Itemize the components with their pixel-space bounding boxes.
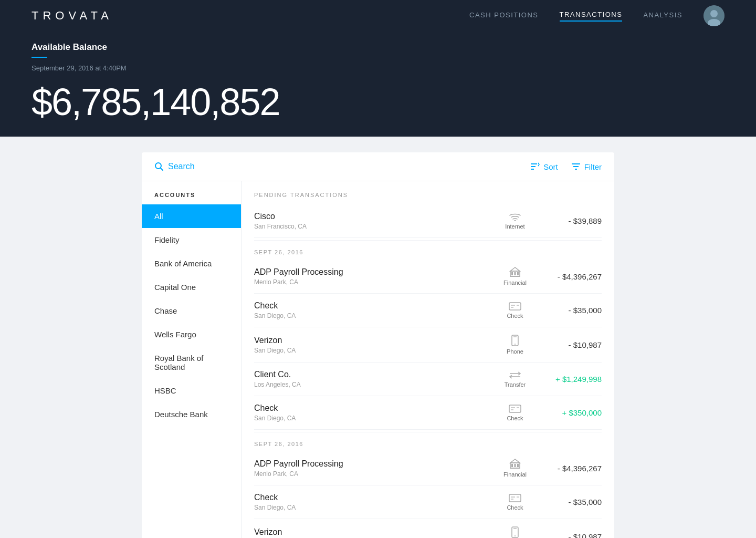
sort-button[interactable]: Sort [530,162,558,171]
sidebar-item-hsbc[interactable]: HSBC [142,379,241,402]
transaction-amount: - $39,889 [539,216,602,225]
nav-analysis[interactable]: ANALYSIS [643,11,682,21]
transaction-info: Client Co. Los Angeles, CA [254,370,491,388]
svg-rect-13 [511,272,513,275]
transaction-amount: - $35,000 [539,498,602,506]
transaction-name: Check [254,493,491,502]
transaction-row[interactable]: Verizon San Diego, CA Phone - $10,987 [254,327,602,363]
sort-icon [530,162,540,171]
svg-rect-33 [514,464,516,467]
sort-label: Sort [543,162,558,171]
transaction-info: Verizon San Diego, CA [254,527,491,539]
transaction-amount: - $4,396,267 [539,272,602,281]
transaction-category: Financial [491,459,539,478]
transaction-location: Los Angeles, CA [254,381,491,388]
sidebar-item-all[interactable]: All [142,204,241,228]
transaction-row[interactable]: ADP Payroll Processing Menlo Park, CA Fi… [254,260,602,294]
svg-rect-15 [517,272,519,275]
check-icon [509,405,521,413]
search-button[interactable]: Search [154,162,195,171]
transaction-amount: + $1,249,998 [539,375,602,384]
transaction-location: San Diego, CA [254,415,491,422]
avatar[interactable] [704,5,724,26]
sidebar-item-chase[interactable]: Chase [142,299,241,323]
transaction-row[interactable]: Check San Diego, CA Check - $35,000 [254,485,602,519]
sidebar-item-fidelity[interactable]: Fidelity [142,228,241,252]
transaction-category: Check [491,302,539,319]
transaction-location: San Diego, CA [254,312,491,319]
sidebar-item-wells-fargo[interactable]: Wells Fargo [142,323,241,346]
svg-point-1 [710,10,718,17]
filter-icon [571,162,581,171]
transaction-category: Phone [491,526,539,538]
phone-icon [511,526,519,538]
check-icon [509,302,521,311]
transaction-category: Check [491,494,539,511]
filter-button[interactable]: Filter [571,162,602,171]
transaction-row[interactable]: Check San Diego, CA Check + $350,000 [254,396,602,430]
sidebar-item-deutsche[interactable]: Deutsche Bank [142,402,241,426]
phone-icon [511,335,519,346]
bank-icon [509,267,521,277]
svg-point-11 [514,220,516,221]
svg-rect-14 [514,272,516,275]
transaction-category: Financial [491,267,539,286]
transaction-location: Menlo Park, CA [254,278,491,286]
check-icon [509,494,521,502]
svg-marker-35 [510,459,520,463]
transaction-name: Verizon [254,527,491,537]
main-content: Search Sort Filter [142,137,614,538]
svg-marker-16 [510,267,520,271]
nav-links: CASH POSITIONS TRANSACTIONS ANALYSIS [469,5,724,26]
transaction-amount: + $350,000 [539,408,602,417]
header-content: Available Balance September 29, 2016 at … [32,32,724,123]
balance-label: Available Balance [32,42,724,53]
sidebar-item-bank-of-america[interactable]: Bank of America [142,252,241,275]
sidebar: ACCOUNTS All Fidelity Bank of America Ca… [142,181,242,538]
balance-date: September 29, 2016 at 4:40PM [32,64,724,72]
transaction-name: Check [254,301,491,311]
svg-point-42 [514,535,516,536]
transaction-info: Check San Diego, CA [254,301,491,319]
balance-amount: $6,785,140,852 [32,80,724,123]
transaction-name: Client Co. [254,370,491,379]
transaction-location: San Diego, CA [254,504,491,511]
transaction-location: Menlo Park, CA [254,470,491,478]
transaction-name: ADP Payroll Processing [254,267,491,277]
balance-divider [32,57,47,58]
date-label: SEPT 26, 2016 [254,432,602,451]
transaction-amount: - $35,000 [539,306,602,315]
transaction-row[interactable]: Cisco San Francisco, CA Internet - $39,8… [254,204,602,238]
transaction-info: Cisco San Francisco, CA [254,212,491,230]
transaction-name: Verizon [254,336,491,345]
transaction-info: ADP Payroll Processing Menlo Park, CA [254,459,491,478]
transaction-location: San Diego, CA [254,347,491,354]
transaction-row[interactable]: Verizon San Diego, CA Phone - $10,987 [254,519,602,538]
filter-label: Filter [584,162,602,171]
sidebar-item-capital-one[interactable]: Capital One [142,275,241,299]
search-icon [154,162,164,171]
transaction-name: Check [254,404,491,413]
svg-rect-32 [511,464,513,467]
svg-rect-18 [509,303,521,310]
transactions-panel: PENDING TRANSACTIONS Cisco San Francisco… [242,181,614,538]
nav-transactions[interactable]: TRANSACTIONS [560,11,623,22]
transaction-amount: - $10,987 [539,532,602,539]
transaction-location: San Francisco, CA [254,223,491,230]
transaction-row[interactable]: Check San Diego, CA Check - $35,000 [254,294,602,327]
nav-cash-positions[interactable]: CASH POSITIONS [469,11,539,21]
date-label: SEPT 26, 2016 [254,240,602,260]
transaction-info: ADP Payroll Processing Menlo Park, CA [254,267,491,286]
sidebar-item-royal-bank[interactable]: Royal Bank of Scotland [142,346,241,379]
svg-point-23 [514,344,516,345]
transaction-row[interactable]: Client Co. Los Angeles, CA Transfer + $1… [254,363,602,396]
transaction-row[interactable]: ADP Payroll Processing Menlo Park, CA Fi… [254,451,602,485]
nav-bar: TROVATA CASH POSITIONS TRANSACTIONS ANAL… [32,0,724,32]
transaction-info: Check San Diego, CA [254,493,491,511]
svg-rect-34 [517,464,519,467]
transaction-category: Phone [491,335,539,355]
transfer-icon [509,371,521,379]
svg-line-4 [161,168,163,171]
transaction-name: ADP Payroll Processing [254,459,491,469]
wifi-icon [509,213,521,221]
